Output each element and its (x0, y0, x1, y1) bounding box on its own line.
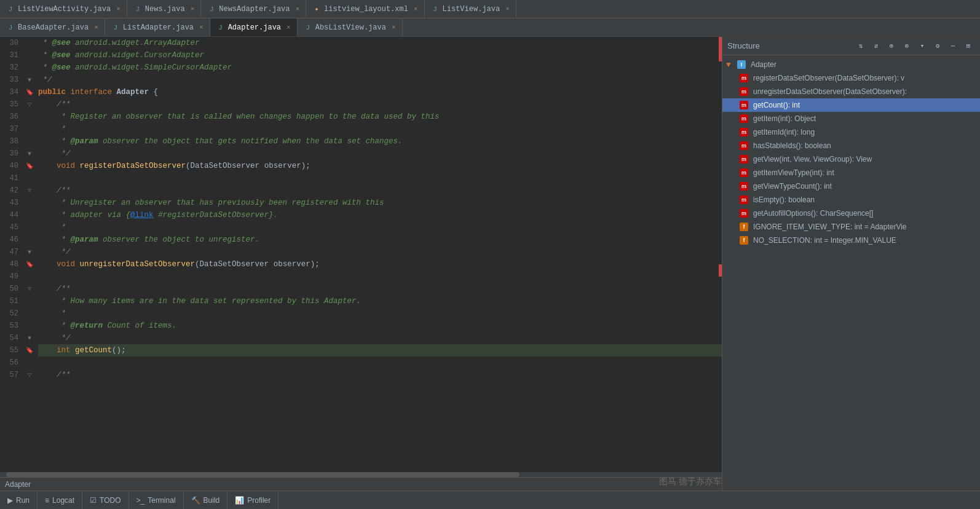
run-icon: ▶ (7, 496, 13, 505)
code-line-47: */ (38, 246, 722, 258)
bottom-bar: ▶ Run ≡ Logcat ☑ TODO >_ Terminal 🔨 Buil… (0, 491, 980, 509)
structure-item-10[interactable]: m getAutofillOptions(): CharSequence[] (722, 207, 980, 220)
line-numbers: 30 31 32 33 34 35 36 37 38 39 40 41 42 4… (0, 37, 23, 472)
structure-item-6[interactable]: m getView(int, View, ViewGroup): View (722, 152, 980, 166)
code-content[interactable]: * @see android.widget.ArrayAdapter * @se… (36, 37, 722, 472)
method-icon-3: m (740, 114, 748, 123)
code-lines: 30 31 32 33 34 35 36 37 38 39 40 41 42 4… (0, 37, 722, 472)
java-icon-3: J (207, 5, 216, 14)
bottom-tab-terminal[interactable]: >_ Terminal (129, 491, 184, 509)
close-tab-base-adapter[interactable]: × (94, 24, 98, 31)
structure-root[interactable]: ▼ I Adapter (722, 58, 980, 71)
structure-header: Structure ⇅ ⇵ ⊕ ⊗ ▾ ⚙ ⋯ ⊞ (722, 37, 980, 55)
root-icon: I (737, 60, 746, 69)
settings-btn[interactable]: ⚙ (931, 39, 944, 53)
code-line-35: /** (38, 98, 722, 111)
close-tab-news[interactable]: × (191, 6, 195, 13)
scrollbar-thumb[interactable] (6, 472, 520, 477)
code-line-41 (38, 172, 722, 184)
code-line-54: */ (38, 332, 722, 344)
code-line-42: /** (38, 184, 722, 197)
bottom-tab-profiler[interactable]: 📊 Profiler (227, 491, 279, 509)
method-icon-10: m (740, 209, 748, 218)
structure-item-5[interactable]: m hasStableIds(): boolean (722, 139, 980, 152)
close-tab-listview-layout[interactable]: × (414, 6, 418, 13)
structure-item-3[interactable]: m getItem(int): Object (722, 112, 980, 125)
close-tab-listview-activity[interactable]: × (116, 6, 121, 13)
bottom-tab-logcat[interactable]: ≡ Logcat (38, 491, 82, 509)
tab-news-adapter[interactable]: J NewsAdapter.java × (201, 0, 306, 18)
sort-alpha-btn[interactable]: ⇅ (854, 39, 867, 53)
close-tab-list-adapter[interactable]: × (199, 24, 204, 31)
bottom-tab-run[interactable]: ▶ Run (0, 491, 38, 509)
field-icon-11: f (740, 223, 748, 231)
java-icon-4: J (431, 5, 440, 14)
code-line-51: * How many items are in the data set rep… (38, 295, 722, 307)
structure-item-1[interactable]: m unregisterDataSetObserver(DataSetObser… (722, 85, 980, 98)
code-line-30: * @see android.widget.ArrayAdapter (38, 37, 722, 49)
close-panel-btn[interactable]: ⊞ (962, 39, 975, 53)
bottom-tab-todo[interactable]: ☑ TODO (82, 491, 128, 509)
terminal-icon: >_ (136, 496, 145, 505)
method-icon-2: m (740, 101, 748, 109)
tab-news[interactable]: J News.java × (127, 0, 201, 18)
bookmark-55: 🔖 (26, 347, 33, 354)
method-icon-8: m (740, 182, 748, 191)
tab-listview[interactable]: J ListView.java × (425, 0, 516, 18)
java-icon-a: J (216, 23, 225, 32)
tab-base-adapter[interactable]: J BaseAdapter.java × (0, 18, 105, 36)
code-line-44: * adapter via {@link #registerDataSetObs… (38, 209, 722, 221)
tab-adapter[interactable]: J Adapter.java × (210, 18, 298, 36)
code-line-33: */ (38, 74, 722, 86)
structure-item-8[interactable]: m getViewTypeCount(): int (722, 180, 980, 193)
java-icon-alv: J (304, 23, 312, 32)
bookmark-34: 🔖 (26, 89, 33, 96)
error-marker-top (719, 37, 722, 61)
method-icon-7: m (740, 168, 748, 177)
code-line-37: * (38, 123, 722, 135)
code-line-53: * @return Count of items. (38, 320, 722, 332)
tab-listview-activity[interactable]: J ListViewActivity.java × (0, 0, 127, 18)
bookmark-40: 🔖 (26, 162, 33, 170)
profiler-icon: 📊 (235, 496, 244, 505)
structure-item-2[interactable]: m getCount(): int (722, 98, 980, 112)
code-line-31: * @see android.widget.CursorAdapter (38, 49, 722, 61)
breadcrumb-label: Adapter (5, 480, 31, 489)
close-tab-abs-list-view[interactable]: × (392, 24, 396, 31)
tab-listview-layout[interactable]: ✦ listview_layout.xml × (306, 0, 424, 18)
structure-item-7[interactable]: m getItemViewType(int): int (722, 166, 980, 180)
close-tab-news-adapter[interactable]: × (295, 6, 299, 13)
code-line-40: void registerDataSetObserver(DataSetObse… (38, 160, 722, 172)
close-tab-listview[interactable]: × (505, 6, 510, 13)
close-tab-adapter[interactable]: × (286, 24, 291, 31)
java-icon: J (6, 5, 15, 14)
structure-item-9[interactable]: m isEmpty(): boolean (722, 193, 980, 207)
code-line-50: /** (38, 283, 722, 295)
expand-all-btn[interactable]: ⊕ (885, 39, 898, 53)
scrollbar-horizontal[interactable] (0, 472, 722, 477)
structure-item-0[interactable]: m registerDataSetObserver(DataSetObserve… (722, 71, 980, 85)
code-line-43: * Unregister an observer that has previo… (38, 197, 722, 209)
bookmark-48: 🔖 (26, 261, 33, 268)
code-editor[interactable]: 30 31 32 33 34 35 36 37 38 39 40 41 42 4… (0, 37, 722, 491)
code-line-39: */ (38, 148, 722, 160)
structure-item-4[interactable]: m getItemId(int): long (722, 125, 980, 139)
tab-list-adapter[interactable]: J ListAdapter.java × (105, 18, 210, 36)
structure-panel: Structure ⇅ ⇵ ⊕ ⊗ ▾ ⚙ ⋯ ⊞ ▼ I Adapter m (722, 37, 980, 491)
more-btn[interactable]: ⋯ (946, 39, 960, 53)
tab-abs-list-view[interactable]: J AbsListView.java × (298, 18, 403, 36)
structure-item-11[interactable]: f IGNORE_ITEM_VIEW_TYPE: int = AdapterVi… (722, 220, 980, 234)
collapse-all-btn[interactable]: ⊗ (900, 39, 914, 53)
code-line-36: * Register an observer that is called wh… (38, 111, 722, 123)
method-icon-0: m (740, 74, 748, 82)
method-icon-6: m (740, 155, 748, 164)
method-icon-1: m (740, 87, 748, 96)
sort-visibility-btn[interactable]: ⇵ (869, 39, 883, 53)
code-line-55: int getCount(); (38, 344, 722, 357)
bottom-tab-build[interactable]: 🔨 Build (184, 491, 228, 509)
java-icon-2: J (133, 5, 142, 14)
filter-btn[interactable]: ▾ (915, 39, 929, 53)
structure-item-12[interactable]: f NO_SELECTION: int = Integer.MIN_VALUE (722, 234, 980, 247)
structure-root-label: Adapter (751, 60, 776, 69)
code-line-38: * @param observer the object that gets n… (38, 135, 722, 148)
